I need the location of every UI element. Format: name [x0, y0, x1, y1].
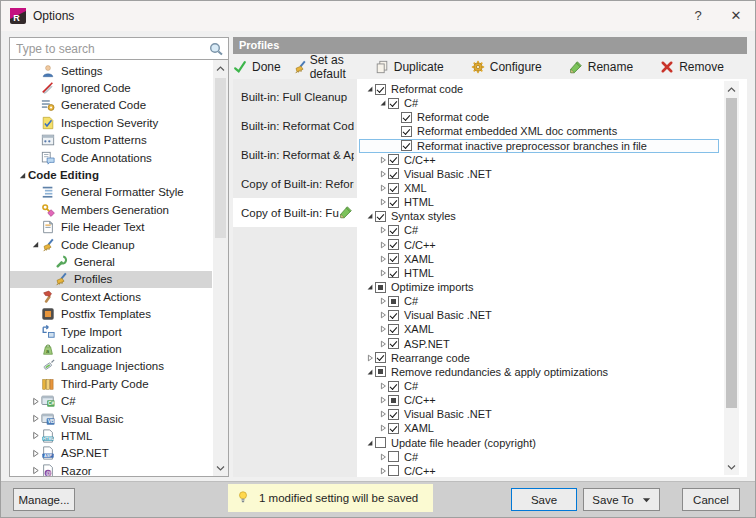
checkbox[interactable]	[401, 140, 412, 151]
cleanup-option-rearrange-code[interactable]: Rearrange code	[359, 351, 719, 365]
cleanup-option-c#[interactable]: C#	[359, 294, 719, 308]
collapse-arrow-icon[interactable]	[16, 171, 28, 180]
expand-arrow-icon[interactable]	[29, 431, 41, 440]
sidebar-item-postfix-templates[interactable]: Postfix Templates	[10, 305, 212, 322]
checkbox[interactable]	[388, 239, 399, 250]
sidebar-item-file-header-text[interactable]: File Header Text	[10, 219, 212, 236]
sidebar-item-general-formatter-style[interactable]: General Formatter Style	[10, 184, 212, 201]
checkbox[interactable]	[388, 168, 399, 179]
cleanup-option-reformat-code[interactable]: Reformat code	[359, 110, 719, 124]
sidebar-item-language-injections[interactable]: Language Injections	[10, 358, 212, 375]
checkbox[interactable]	[375, 282, 386, 293]
sidebar-item-visual-basic[interactable]: VB Visual Basic	[10, 410, 212, 427]
expand-arrow-icon[interactable]	[377, 184, 388, 192]
checkbox[interactable]	[388, 98, 399, 109]
sidebar-item-third-party-code[interactable]: Third-Party Code	[10, 375, 212, 392]
sidebar-item-context-actions[interactable]: Context Actions	[10, 288, 212, 305]
cleanup-option-c-c++[interactable]: C/C++	[359, 238, 719, 252]
cleanup-option-asp-net[interactable]: ASP.NET	[359, 337, 719, 351]
cleanup-option-c#[interactable]: C#	[359, 379, 719, 393]
toolbar-button-set-as-default[interactable]: Set as default	[293, 53, 348, 81]
cleanup-option-update-file-header-copyright[interactable]: Update file header (copyright)	[359, 436, 719, 450]
sidebar-item-custom-patterns[interactable]: Custom Patterns	[10, 132, 212, 149]
cleanup-option-remove-redundancies-apply-optimizations[interactable]: Remove redundancies & apply optimization…	[359, 365, 719, 379]
cleanup-option-c#[interactable]: C#	[359, 96, 719, 110]
sidebar-item-generated-code[interactable]: Generated Code	[10, 97, 212, 114]
checkbox[interactable]	[375, 352, 386, 363]
cleanup-option-html[interactable]: HTML	[359, 195, 719, 209]
collapse-arrow-icon[interactable]	[364, 212, 375, 220]
scroll-up-button[interactable]	[213, 61, 228, 76]
sidebar-item-c#[interactable]: C# C#	[10, 392, 212, 409]
collapse-arrow-icon[interactable]	[364, 85, 375, 93]
save-button[interactable]: Save	[511, 488, 577, 511]
cleanup-option-xaml[interactable]: XAML	[359, 252, 719, 266]
checkbox[interactable]	[401, 126, 412, 137]
expand-arrow-icon[interactable]	[377, 410, 388, 418]
checkbox[interactable]	[388, 395, 399, 406]
checkbox[interactable]	[375, 84, 386, 95]
scroll-down-button[interactable]	[724, 459, 739, 474]
expand-arrow-icon[interactable]	[377, 396, 388, 404]
sidebar-item-general[interactable]: General	[10, 253, 212, 270]
expand-arrow-icon[interactable]	[377, 467, 388, 475]
sidebar-item-razor[interactable]: @ Razor	[10, 462, 212, 476]
sidebar-item-ignored-code[interactable]: Ignored Code	[10, 79, 212, 96]
collapse-arrow-icon[interactable]	[377, 99, 388, 107]
expand-arrow-icon[interactable]	[377, 311, 388, 319]
cancel-button[interactable]: Cancel	[682, 488, 740, 511]
sidebar-item-asp-net[interactable]: ASP ASP.NET	[10, 445, 212, 462]
search-input[interactable]	[10, 38, 228, 59]
expand-arrow-icon[interactable]	[377, 198, 388, 206]
expand-arrow-icon[interactable]	[377, 340, 388, 348]
checkbox[interactable]	[401, 112, 412, 123]
checkbox[interactable]	[388, 253, 399, 264]
manage-button[interactable]: Manage...	[13, 488, 75, 511]
collapse-arrow-icon[interactable]	[29, 240, 41, 249]
expand-arrow-icon[interactable]	[29, 397, 41, 406]
toolbar-button-remove[interactable]: Remove	[660, 59, 724, 74]
scrollbar-thumb[interactable]	[215, 78, 226, 238]
sidebar-item-code-editing[interactable]: Code Editing	[10, 166, 212, 183]
expand-arrow-icon[interactable]	[377, 325, 388, 333]
done-button[interactable]: Done	[233, 59, 281, 74]
sidebar-item-members-generation[interactable]: Members Generation	[10, 201, 212, 218]
cleanup-option-optimize-imports[interactable]: Optimize imports	[359, 280, 719, 294]
collapse-arrow-icon[interactable]	[364, 368, 375, 376]
expand-arrow-icon[interactable]	[377, 226, 388, 234]
checkbox[interactable]	[388, 267, 399, 278]
cleanup-option-xaml[interactable]: XAML	[359, 421, 719, 435]
profile-item-built-in-reformat-code[interactable]: Built-in: Reformat Code	[233, 111, 357, 140]
sidebar-item-settings[interactable]: Settings	[10, 62, 212, 79]
checkbox[interactable]	[388, 324, 399, 335]
collapse-arrow-icon[interactable]	[364, 283, 375, 291]
expand-arrow-icon[interactable]	[377, 156, 388, 164]
expand-arrow-icon[interactable]	[377, 255, 388, 263]
checkbox[interactable]	[388, 423, 399, 434]
toolbar-button-configure[interactable]: Configure	[471, 59, 542, 74]
sidebar-item-html[interactable]: HTML HTML	[10, 427, 212, 444]
help-button[interactable]: ?	[679, 1, 717, 31]
expand-arrow-icon[interactable]	[29, 466, 41, 475]
checkbox[interactable]	[388, 451, 399, 462]
sidebar-scrollbar[interactable]	[213, 60, 228, 476]
checkbox[interactable]	[388, 197, 399, 208]
checkbox[interactable]	[388, 310, 399, 321]
sidebar-item-code-annotations[interactable]: Code Annotations	[10, 149, 212, 166]
expand-arrow-icon[interactable]	[377, 241, 388, 249]
close-button[interactable]: ✕	[717, 1, 755, 31]
toolbar-button-duplicate[interactable]: Duplicate	[375, 59, 444, 74]
tree-scrollbar[interactable]	[724, 81, 739, 475]
sidebar-item-profiles[interactable]: Profiles	[10, 271, 212, 288]
scroll-up-button[interactable]	[724, 82, 739, 97]
checkbox[interactable]	[388, 296, 399, 307]
collapse-arrow-icon[interactable]	[364, 439, 375, 447]
checkbox[interactable]	[388, 338, 399, 349]
cleanup-option-c#[interactable]: C#	[359, 450, 719, 464]
cleanup-option-reformat-code[interactable]: Reformat code	[359, 82, 719, 96]
cleanup-option-syntax-styles[interactable]: Syntax styles	[359, 209, 719, 223]
cleanup-option-visual-basic-net[interactable]: Visual Basic .NET	[359, 167, 719, 181]
checkbox[interactable]	[388, 465, 399, 476]
expand-arrow-icon[interactable]	[377, 424, 388, 432]
cleanup-option-html[interactable]: HTML	[359, 266, 719, 280]
